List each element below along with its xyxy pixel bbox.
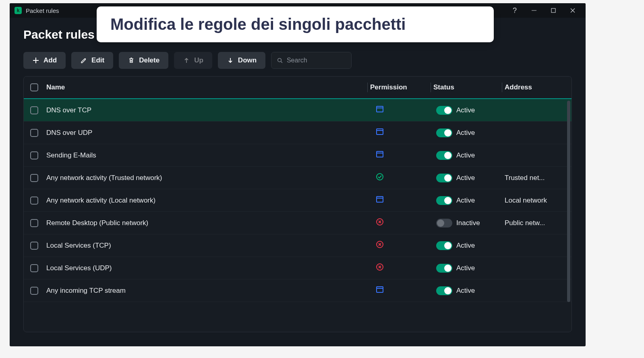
permission-icon [376, 173, 436, 181]
row-checkbox[interactable] [30, 197, 38, 205]
row-checkbox[interactable] [30, 264, 38, 272]
search-input[interactable] [287, 57, 346, 64]
svg-rect-15 [377, 197, 383, 202]
status-label: Active [456, 264, 475, 272]
pencil-icon [80, 57, 87, 64]
status-toggle[interactable] [436, 151, 452, 160]
select-all-checkbox[interactable] [30, 83, 38, 91]
search-box[interactable] [271, 52, 352, 69]
status-toggle[interactable] [436, 241, 452, 250]
annotation-callout: Modifica le regole dei singoli pacchetti [97, 6, 494, 42]
search-icon [277, 57, 283, 64]
status-toggle[interactable] [436, 264, 452, 273]
col-header-status[interactable]: Status [433, 83, 502, 91]
status-label: Active [456, 174, 475, 182]
row-checkbox[interactable] [30, 106, 38, 114]
status-toggle[interactable] [436, 106, 452, 115]
status-label: Active [456, 287, 475, 294]
svg-rect-1 [551, 8, 555, 12]
minimize-button[interactable] [524, 3, 544, 18]
svg-rect-8 [377, 106, 383, 112]
permission-icon [376, 128, 436, 136]
permission-icon [376, 240, 436, 248]
help-button[interactable]: ? [505, 3, 524, 18]
permission-icon [376, 105, 436, 113]
status-toggle[interactable] [436, 196, 452, 205]
delete-button-label: Delete [139, 56, 159, 64]
table-row[interactable]: Any network activity (Trusted network)Ac… [24, 167, 572, 189]
permission-icon [376, 286, 436, 294]
address-cell: Local network [505, 197, 565, 205]
permission-icon [376, 195, 436, 203]
rule-name: Any incoming TCP stream [46, 287, 376, 295]
status-toggle[interactable] [436, 219, 452, 228]
row-checkbox[interactable] [30, 151, 38, 159]
move-down-label: Down [238, 56, 257, 64]
arrow-down-icon [227, 57, 234, 64]
rule-name: Local Services (UDP) [46, 264, 376, 272]
row-checkbox[interactable] [30, 129, 38, 137]
move-down-button[interactable]: Down [218, 52, 265, 69]
status-label: Active [456, 151, 475, 159]
rule-name: Local Services (TCP) [46, 242, 376, 250]
permission-icon [376, 150, 436, 158]
col-header-name[interactable]: Name [46, 83, 367, 91]
svg-rect-26 [377, 287, 383, 292]
permission-icon [376, 218, 436, 226]
status-label: Active [456, 242, 475, 249]
status-label: Inactive [456, 219, 480, 227]
arrow-up-icon [183, 57, 190, 64]
delete-button[interactable]: Delete [119, 52, 168, 69]
table-row[interactable]: Local Services (TCP)Active [24, 234, 572, 257]
table-row[interactable]: Local Services (UDP)Active [24, 257, 572, 279]
col-header-address[interactable]: Address [505, 83, 565, 91]
table-header-row: Name Permission Status Address [24, 77, 572, 99]
app-logo-icon: k [14, 7, 22, 14]
status-toggle[interactable] [436, 128, 452, 137]
row-checkbox[interactable] [30, 287, 38, 295]
maximize-button[interactable] [544, 3, 563, 18]
status-toggle[interactable] [436, 286, 452, 295]
table-row[interactable]: DNS over UDPActive [24, 122, 572, 144]
edit-button-label: Edit [91, 56, 104, 64]
col-header-permission[interactable]: Permission [370, 83, 431, 91]
close-button[interactable] [563, 3, 582, 18]
add-button-label: Add [43, 56, 57, 64]
trash-icon [128, 57, 135, 64]
app-window: k Packet rules ? Packet rules Add Edit D… [10, 3, 586, 346]
svg-point-6 [278, 58, 282, 62]
status-toggle[interactable] [436, 174, 452, 182]
scrollbar-thumb[interactable] [567, 101, 570, 302]
status-label: Active [456, 197, 475, 204]
row-checkbox[interactable] [30, 219, 38, 227]
rule-name: Any network activity (Trusted network) [46, 174, 376, 182]
address-cell: Public netw... [505, 219, 565, 227]
add-button[interactable]: Add [23, 52, 66, 69]
svg-line-7 [281, 62, 282, 63]
row-checkbox[interactable] [30, 174, 38, 182]
table-row[interactable]: Any incoming TCP streamActive [24, 279, 572, 302]
table-row[interactable]: Sending E-MailsActive [24, 144, 572, 167]
table-row[interactable]: Any network activity (Local network)Acti… [24, 189, 572, 212]
svg-point-14 [377, 174, 383, 180]
table-body: DNS over TCPActiveDNS over UDPActiveSend… [24, 99, 572, 302]
svg-rect-12 [377, 151, 383, 157]
edit-button[interactable]: Edit [71, 52, 113, 69]
rule-name: DNS over UDP [46, 129, 376, 137]
window-title: Packet rules [26, 7, 59, 14]
plus-icon [32, 57, 39, 64]
rule-name: Remote Desktop (Public network) [46, 219, 376, 227]
table-row[interactable]: DNS over TCPActive [24, 99, 572, 122]
permission-icon [376, 263, 436, 271]
move-up-button[interactable]: Up [174, 52, 212, 69]
rule-name: DNS over TCP [46, 106, 376, 114]
toolbar: Add Edit Delete Up Down [10, 49, 586, 76]
move-up-label: Up [194, 56, 203, 64]
rules-table: Name Permission Status Address DNS over … [23, 76, 572, 332]
status-label: Active [456, 106, 475, 114]
row-checkbox[interactable] [30, 242, 38, 250]
rule-name: Sending E-Mails [46, 151, 376, 159]
address-cell: Trusted net... [505, 174, 565, 182]
table-row[interactable]: Remote Desktop (Public network)InactiveP… [24, 212, 572, 234]
rule-name: Any network activity (Local network) [46, 197, 376, 205]
